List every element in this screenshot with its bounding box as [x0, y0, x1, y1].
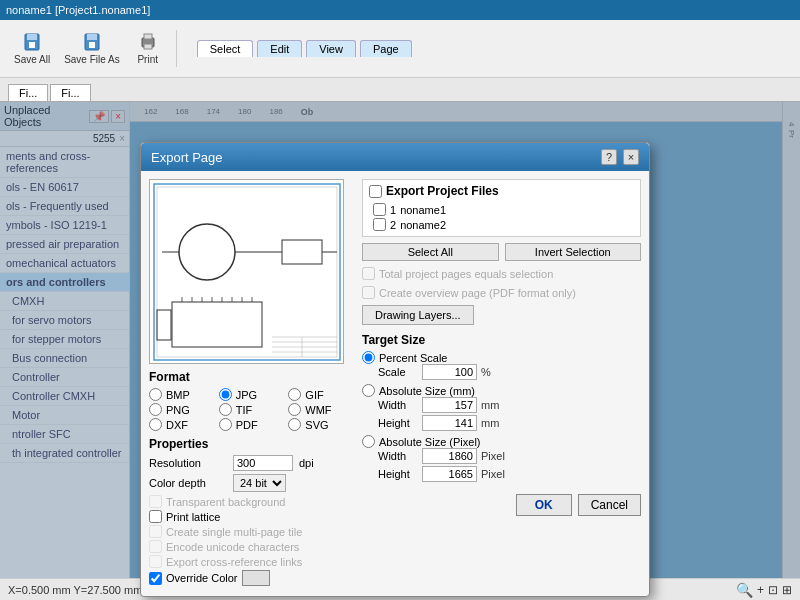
percent-scale-label: Percent Scale [379, 352, 447, 364]
scale-label: Scale [378, 366, 418, 378]
export-cross-ref-checkbox[interactable] [149, 555, 162, 568]
svg-rect-10 [157, 187, 337, 357]
transparent-bg-checkbox[interactable] [149, 495, 162, 508]
height-pixel-input[interactable]: 1665 [422, 466, 477, 482]
format-bmp[interactable]: BMP [149, 388, 215, 401]
dialog-title: Export Page [151, 150, 223, 165]
absolute-pixel-radio[interactable] [362, 435, 375, 448]
color-depth-label: Color depth [149, 477, 227, 489]
width-mm-input[interactable]: 157 [422, 397, 477, 413]
absolute-mm-radio-row: Absolute Size (mm) [362, 384, 641, 397]
zoom-out-icon[interactable]: 🔍 [736, 582, 753, 598]
properties-label: Properties [149, 437, 354, 451]
tab-select[interactable]: Select [197, 40, 254, 57]
app-toolbar: Save All Save File As Print Select Edit … [0, 20, 800, 78]
select-all-button[interactable]: Select All [362, 243, 499, 261]
height-pixel-label: Height [378, 468, 418, 480]
height-mm-unit: mm [481, 417, 499, 429]
width-pixel-unit: Pixel [481, 450, 505, 462]
format-pdf[interactable]: PDF [219, 418, 285, 431]
coordinates-display: X=0.500 mm Y=27.500 mm [8, 584, 142, 596]
drawing-layers-button[interactable]: Drawing Layers... [362, 305, 474, 325]
zoom-controls: 🔍 + ⊡ ⊞ [736, 582, 792, 598]
resolution-label: Resolution [149, 457, 227, 469]
create-tile-checkbox[interactable] [149, 525, 162, 538]
format-label: Format [149, 370, 354, 384]
preview-pane [149, 179, 344, 364]
dialog-close-button[interactable]: × [623, 149, 639, 165]
encode-unicode-checkbox[interactable] [149, 540, 162, 553]
file-item-2: 2 noname2 [369, 217, 634, 232]
tab-edit[interactable]: Edit [257, 40, 302, 57]
format-svg[interactable]: SVG [288, 418, 354, 431]
page-tab-2[interactable]: Fi... [50, 84, 90, 101]
svg-rect-7 [144, 34, 152, 39]
print-lattice-checkbox[interactable] [149, 510, 162, 523]
properties-section: Properties Resolution 300 dpi Color dept… [149, 437, 354, 588]
format-gif[interactable]: GIF [288, 388, 354, 401]
create-tile-label: Create single multi-page tile [166, 526, 302, 538]
absolute-pixel-label: Absolute Size (Pixel) [379, 436, 481, 448]
format-grid: BMP JPG GIF PNG TIF WMF DXF PDF SVG [149, 388, 354, 431]
print-button[interactable]: Print [128, 30, 168, 67]
svg-rect-1 [27, 34, 37, 40]
dialog-titlebar: Export Page ? × [141, 143, 649, 171]
export-files-header: Export Project Files [369, 184, 634, 198]
percent-scale-inputs: Scale 100 % [362, 364, 641, 380]
absolute-mm-radio[interactable] [362, 384, 375, 397]
export-files-section: Export Project Files 1 noname1 2 noname2 [362, 179, 641, 237]
scale-input[interactable]: 100 [422, 364, 477, 380]
total-pages-checkbox[interactable] [362, 267, 375, 280]
resolution-unit: dpi [299, 457, 314, 469]
save-as-button[interactable]: Save File As [58, 30, 126, 67]
height-pixel-unit: Pixel [481, 468, 505, 480]
print-lattice-label: Print lattice [166, 511, 220, 523]
svg-rect-4 [87, 34, 97, 40]
invert-selection-button[interactable]: Invert Selection [505, 243, 642, 261]
format-jpg[interactable]: JPG [219, 388, 285, 401]
color-depth-select[interactable]: 24 bit [233, 474, 286, 492]
app-title: noname1 [Project1.noname1] [6, 4, 150, 16]
height-mm-label: Height [378, 417, 418, 429]
export-project-files-checkbox[interactable] [369, 185, 382, 198]
ok-button[interactable]: OK [516, 494, 572, 516]
format-wmf[interactable]: WMF [288, 403, 354, 416]
file-checkbox-2[interactable] [373, 218, 386, 231]
tab-page[interactable]: Page [360, 40, 412, 57]
zoom-fit-icon[interactable]: ⊡ [768, 583, 778, 597]
cancel-button[interactable]: Cancel [578, 494, 641, 516]
zoom-in-icon[interactable]: + [757, 583, 764, 597]
format-png[interactable]: PNG [149, 403, 215, 416]
preview-svg [152, 182, 342, 362]
ok-cancel-row: OK Cancel [362, 494, 641, 516]
format-tif[interactable]: TIF [219, 403, 285, 416]
save-all-button[interactable]: Save All [8, 30, 56, 67]
percent-scale-radio[interactable] [362, 351, 375, 364]
resolution-input[interactable]: 300 [233, 455, 293, 471]
zoom-custom-icon[interactable]: ⊞ [782, 583, 792, 597]
page-tab[interactable]: Fi... [8, 84, 48, 101]
resolution-row: Resolution 300 dpi [149, 455, 354, 471]
dialog-help-button[interactable]: ? [601, 149, 617, 165]
height-mm-row: Height 141 mm [378, 415, 641, 431]
format-dxf[interactable]: DXF [149, 418, 215, 431]
override-color-checkbox[interactable] [149, 572, 162, 585]
tabs-row: Fi... Fi... [0, 78, 800, 102]
target-size-section: Target Size Percent Scale Scale 100 % [362, 331, 641, 482]
height-pixel-row: Height 1665 Pixel [378, 466, 641, 482]
height-mm-input[interactable]: 141 [422, 415, 477, 431]
select-invert-row: Select All Invert Selection [362, 243, 641, 261]
transparent-bg-label: Transparent background [166, 496, 285, 508]
file-checkbox-1[interactable] [373, 203, 386, 216]
create-overview-checkbox[interactable] [362, 286, 375, 299]
app-titlebar: noname1 [Project1.noname1] [0, 0, 800, 20]
width-pixel-input[interactable]: 1860 [422, 448, 477, 464]
svg-rect-8 [144, 44, 152, 49]
export-cross-ref-label: Export cross-reference links [166, 556, 302, 568]
tab-view[interactable]: View [306, 40, 356, 57]
override-color-swatch[interactable] [242, 570, 270, 586]
export-page-dialog: Export Page ? × [140, 142, 650, 597]
absolute-mm-inputs: Width 157 mm Height 141 mm [362, 397, 641, 431]
encode-unicode-row: Encode unicode characters [149, 540, 354, 553]
dialog-right-col: Export Project Files 1 noname1 2 noname2 [362, 179, 641, 588]
